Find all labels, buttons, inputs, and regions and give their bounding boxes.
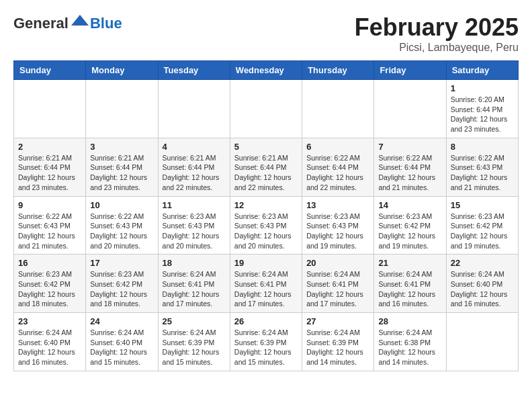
calendar-cell: 14Sunrise: 6:23 AM Sunset: 6:42 PM Dayli…	[374, 196, 446, 255]
day-info: Sunrise: 6:24 AM Sunset: 6:40 PM Dayligh…	[18, 328, 81, 367]
day-number: 16	[18, 258, 81, 268]
day-info: Sunrise: 6:23 AM Sunset: 6:43 PM Dayligh…	[163, 212, 226, 251]
calendar-cell: 1Sunrise: 6:20 AM Sunset: 6:44 PM Daylig…	[446, 80, 518, 138]
logo-general: General	[13, 15, 69, 32]
calendar-table: SundayMondayTuesdayWednesdayThursdayFrid…	[13, 60, 519, 371]
calendar-cell: 24Sunrise: 6:24 AM Sunset: 6:40 PM Dayli…	[86, 313, 158, 371]
day-info: Sunrise: 6:24 AM Sunset: 6:38 PM Dayligh…	[378, 328, 441, 367]
calendar-cell: 6Sunrise: 6:22 AM Sunset: 6:44 PM Daylig…	[302, 138, 374, 196]
calendar-cell	[158, 80, 230, 138]
day-info: Sunrise: 6:23 AM Sunset: 6:42 PM Dayligh…	[451, 212, 514, 251]
day-info: Sunrise: 6:23 AM Sunset: 6:42 PM Dayligh…	[378, 212, 441, 251]
day-info: Sunrise: 6:23 AM Sunset: 6:43 PM Dayligh…	[234, 212, 298, 251]
day-info: Sunrise: 6:21 AM Sunset: 6:44 PM Dayligh…	[163, 153, 226, 193]
calendar-cell	[446, 313, 518, 371]
day-info: Sunrise: 6:24 AM Sunset: 6:40 PM Dayligh…	[451, 269, 514, 309]
day-number: 25	[163, 316, 226, 326]
day-of-week-header: Sunday	[14, 61, 86, 80]
day-number: 17	[90, 258, 153, 268]
title-area: February 2025 Picsi, Lambayeque, Peru	[355, 13, 519, 54]
day-info: Sunrise: 6:23 AM Sunset: 6:43 PM Dayligh…	[306, 212, 369, 251]
day-number: 4	[163, 142, 226, 152]
logo-blue: Blue	[90, 15, 122, 32]
day-of-week-header: Thursday	[302, 61, 374, 80]
day-number: 26	[234, 316, 298, 326]
calendar-cell: 15Sunrise: 6:23 AM Sunset: 6:42 PM Dayli…	[446, 196, 518, 255]
day-number: 6	[306, 142, 369, 152]
month-title: February 2025	[355, 13, 519, 42]
day-number: 5	[234, 142, 298, 152]
calendar-cell: 8Sunrise: 6:22 AM Sunset: 6:43 PM Daylig…	[446, 138, 518, 196]
day-info: Sunrise: 6:24 AM Sunset: 6:41 PM Dayligh…	[234, 269, 298, 309]
calendar-cell: 17Sunrise: 6:23 AM Sunset: 6:42 PM Dayli…	[86, 255, 158, 313]
day-info: Sunrise: 6:24 AM Sunset: 6:41 PM Dayligh…	[163, 269, 226, 309]
calendar-cell: 22Sunrise: 6:24 AM Sunset: 6:40 PM Dayli…	[446, 255, 518, 313]
day-number: 1	[451, 83, 514, 93]
calendar-week-row: 2Sunrise: 6:21 AM Sunset: 6:44 PM Daylig…	[14, 138, 519, 196]
calendar-cell: 16Sunrise: 6:23 AM Sunset: 6:42 PM Dayli…	[14, 255, 86, 313]
day-number: 20	[306, 258, 369, 268]
day-info: Sunrise: 6:21 AM Sunset: 6:44 PM Dayligh…	[90, 153, 153, 193]
calendar-cell	[14, 80, 86, 138]
calendar-cell: 20Sunrise: 6:24 AM Sunset: 6:41 PM Dayli…	[302, 255, 374, 313]
logo: General Blue	[13, 13, 122, 34]
calendar-week-row: 1Sunrise: 6:20 AM Sunset: 6:44 PM Daylig…	[14, 80, 519, 138]
calendar-cell: 10Sunrise: 6:22 AM Sunset: 6:43 PM Dayli…	[86, 196, 158, 255]
calendar-week-row: 16Sunrise: 6:23 AM Sunset: 6:42 PM Dayli…	[14, 255, 519, 313]
day-number: 14	[378, 200, 441, 210]
day-info: Sunrise: 6:22 AM Sunset: 6:44 PM Dayligh…	[378, 153, 441, 193]
day-number: 11	[163, 200, 226, 210]
calendar-cell: 18Sunrise: 6:24 AM Sunset: 6:41 PM Dayli…	[158, 255, 230, 313]
calendar-cell	[374, 80, 446, 138]
calendar-week-row: 23Sunrise: 6:24 AM Sunset: 6:40 PM Dayli…	[14, 313, 519, 371]
day-of-week-header: Wednesday	[230, 61, 302, 80]
day-info: Sunrise: 6:22 AM Sunset: 6:43 PM Dayligh…	[90, 212, 153, 251]
calendar-cell	[302, 80, 374, 138]
page-header: General Blue February 2025 Picsi, Lambay…	[13, 13, 519, 54]
day-number: 23	[18, 316, 81, 326]
logo-icon	[70, 13, 90, 34]
calendar-cell: 4Sunrise: 6:21 AM Sunset: 6:44 PM Daylig…	[158, 138, 230, 196]
calendar-cell: 28Sunrise: 6:24 AM Sunset: 6:38 PM Dayli…	[374, 313, 446, 371]
day-info: Sunrise: 6:22 AM Sunset: 6:43 PM Dayligh…	[451, 153, 514, 193]
day-number: 27	[306, 316, 369, 326]
day-info: Sunrise: 6:24 AM Sunset: 6:41 PM Dayligh…	[306, 269, 369, 309]
day-number: 7	[378, 142, 441, 152]
day-info: Sunrise: 6:23 AM Sunset: 6:42 PM Dayligh…	[18, 269, 81, 309]
calendar-cell: 9Sunrise: 6:22 AM Sunset: 6:43 PM Daylig…	[14, 196, 86, 255]
calendar-cell: 21Sunrise: 6:24 AM Sunset: 6:41 PM Dayli…	[374, 255, 446, 313]
day-number: 22	[451, 258, 514, 268]
day-number: 12	[234, 200, 298, 210]
day-number: 3	[90, 142, 153, 152]
day-of-week-header: Friday	[374, 61, 446, 80]
day-number: 19	[234, 258, 298, 268]
day-info: Sunrise: 6:21 AM Sunset: 6:44 PM Dayligh…	[18, 153, 81, 193]
day-info: Sunrise: 6:24 AM Sunset: 6:40 PM Dayligh…	[90, 328, 153, 367]
day-number: 2	[18, 142, 81, 152]
day-number: 24	[90, 316, 153, 326]
day-info: Sunrise: 6:20 AM Sunset: 6:44 PM Dayligh…	[451, 95, 514, 134]
calendar-cell: 12Sunrise: 6:23 AM Sunset: 6:43 PM Dayli…	[230, 196, 302, 255]
day-number: 21	[378, 258, 441, 268]
day-number: 8	[451, 142, 514, 152]
day-info: Sunrise: 6:23 AM Sunset: 6:42 PM Dayligh…	[90, 269, 153, 309]
calendar-cell: 25Sunrise: 6:24 AM Sunset: 6:39 PM Dayli…	[158, 313, 230, 371]
day-of-week-header: Tuesday	[158, 61, 230, 80]
day-number: 9	[18, 200, 81, 210]
day-of-week-header: Saturday	[446, 61, 518, 80]
calendar-cell: 5Sunrise: 6:21 AM Sunset: 6:44 PM Daylig…	[230, 138, 302, 196]
day-info: Sunrise: 6:22 AM Sunset: 6:43 PM Dayligh…	[18, 212, 81, 251]
calendar-cell	[86, 80, 158, 138]
day-info: Sunrise: 6:24 AM Sunset: 6:39 PM Dayligh…	[306, 328, 369, 367]
day-info: Sunrise: 6:22 AM Sunset: 6:44 PM Dayligh…	[306, 153, 369, 193]
day-info: Sunrise: 6:24 AM Sunset: 6:39 PM Dayligh…	[234, 328, 298, 367]
calendar-cell: 11Sunrise: 6:23 AM Sunset: 6:43 PM Dayli…	[158, 196, 230, 255]
calendar-cell: 2Sunrise: 6:21 AM Sunset: 6:44 PM Daylig…	[14, 138, 86, 196]
svg-marker-0	[71, 15, 89, 26]
day-info: Sunrise: 6:24 AM Sunset: 6:39 PM Dayligh…	[163, 328, 226, 367]
day-info: Sunrise: 6:21 AM Sunset: 6:44 PM Dayligh…	[234, 153, 298, 193]
calendar-cell: 19Sunrise: 6:24 AM Sunset: 6:41 PM Dayli…	[230, 255, 302, 313]
calendar-header-row: SundayMondayTuesdayWednesdayThursdayFrid…	[14, 61, 519, 80]
location-title: Picsi, Lambayeque, Peru	[355, 42, 519, 54]
day-of-week-header: Monday	[86, 61, 158, 80]
